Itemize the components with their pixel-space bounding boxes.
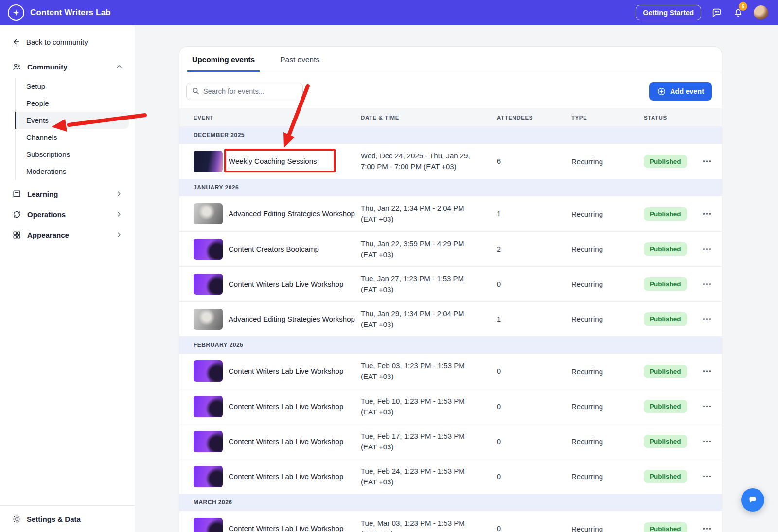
event-datetime: Wed, Dec 24, 2025 - Thu, Jan 29, 7:00 PM… [361,151,497,172]
settings-and-data-link[interactable]: Settings & Data [0,505,135,532]
event-datetime: Tue, Feb 10, 1:23 PM - 1:53 PM (EAT +03) [361,396,497,417]
row-menu-button[interactable] [700,403,714,411]
row-menu-button[interactable] [700,210,714,218]
sidebar-item-moderations[interactable]: Moderations [16,163,129,180]
app-logo[interactable]: Content Writers Lab [8,4,111,21]
row-menu-button[interactable] [700,157,714,165]
messages-icon[interactable] [711,7,723,18]
table-row[interactable]: Content Creators Bootcamp Thu, Jan 22, 3… [179,231,722,266]
sidebar-section-appearance[interactable]: Appearance [0,224,135,245]
event-cell: Content Writers Lab Live Workshop [187,431,361,452]
chat-widget-button[interactable] [741,488,764,512]
back-label: Back to community [26,38,88,46]
row-menu-button[interactable] [700,525,714,532]
table-row[interactable]: Content Writers Lab Live Workshop Tue, F… [179,389,722,424]
sidebar-section-community[interactable]: Community [0,56,135,77]
event-cell: Content Writers Lab Live Workshop [187,274,361,295]
notification-count-badge: 5 [739,2,747,11]
event-attendees: 0 [497,280,571,288]
event-type: Recurring [571,402,644,411]
status-badge: Published [644,155,687,168]
event-cell: Content Writers Lab Live Workshop [187,466,361,487]
sidebar-item-channels[interactable]: Channels [16,129,129,146]
status-badge: Published [644,522,687,532]
table-row[interactable]: Advanced Editing Strategies Workshop Thu… [179,301,722,336]
row-menu-button[interactable] [700,245,714,253]
month-section-header: MARCH 2026 [179,494,722,511]
sidebar-section-operations[interactable]: Operations [0,204,135,224]
chevron-right-icon [115,190,123,198]
ellipsis-icon [702,157,712,165]
getting-started-button[interactable]: Getting Started [636,5,701,20]
event-title: Content Writers Lab Live Workshop [229,436,343,447]
event-attendees: 0 [497,367,571,375]
appearance-layout-icon [12,230,21,240]
search-icon [191,86,200,97]
ellipsis-icon [702,245,712,253]
event-datetime: Tue, Feb 03, 1:23 PM - 1:53 PM (EAT +03) [361,360,497,382]
ellipsis-icon [702,315,712,323]
table-row[interactable]: Content Writers Lab Live Workshop Tue, J… [179,266,722,301]
event-type: Recurring [571,437,644,446]
table-row[interactable]: Content Writers Lab Live Workshop Tue, M… [179,511,722,532]
event-attendees: 0 [497,438,571,446]
status-cell: Published [644,312,700,326]
table-row[interactable]: Advanced Editing Strategies Workshop Thu… [179,196,722,231]
back-to-community-link[interactable]: Back to community [0,25,135,56]
community-subnav: Setup People Events Channels Subscriptio… [15,78,129,180]
table-row[interactable]: Content Writers Lab Live Workshop Tue, F… [179,424,722,459]
event-title: Advanced Editing Strategies Workshop [229,208,355,219]
row-menu-button[interactable] [700,438,714,446]
tab-upcoming-events[interactable]: Upcoming events [187,47,260,72]
search-input[interactable] [186,83,303,100]
event-cell: Content Writers Lab Live Workshop [187,518,361,532]
row-menu-button[interactable] [700,280,714,288]
row-menu-button[interactable] [700,315,714,323]
status-badge: Published [644,400,687,413]
user-avatar[interactable] [754,5,768,20]
event-thumbnail [194,431,223,452]
sidebar-item-people[interactable]: People [16,95,129,112]
row-menu-button[interactable] [700,367,714,375]
month-section-header: FEBRUARY 2026 [179,336,722,354]
table-row[interactable]: Content Writers Lab Live Workshop Tue, F… [179,459,722,494]
event-title: Content Writers Lab Live Workshop [229,471,343,482]
sidebar-section-learning[interactable]: Learning [0,184,135,204]
sidebar-item-subscriptions[interactable]: Subscriptions [16,146,129,163]
status-cell: Published [644,522,700,532]
notifications-bell-icon[interactable]: 5 [732,7,744,18]
events-card: Upcoming events Past events Add event EV… [179,46,722,532]
column-header-event: EVENT [187,115,361,120]
table-header-row: EVENT DATE & TIME ATTENDEES TYPE STATUS [179,108,722,126]
event-thumbnail [194,309,223,330]
event-attendees: 0 [497,403,571,411]
search-box [186,83,303,100]
column-header-status: STATUS [644,115,700,120]
table-row[interactable]: Weekly Coaching Sessions Wed, Dec 24, 20… [179,144,722,179]
ellipsis-icon [702,525,712,532]
event-thumbnail [194,274,223,295]
community-users-icon [12,62,21,71]
status-badge: Published [644,470,687,483]
event-cell: Content Writers Lab Live Workshop [187,360,361,382]
app-name: Content Writers Lab [30,8,111,17]
ellipsis-icon [702,403,712,411]
status-cell: Published [644,242,700,256]
sidebar-item-events[interactable]: Events [16,112,129,129]
column-header-type: TYPE [571,115,644,120]
event-title: Content Creators Bootcamp [229,244,319,255]
event-thumbnail [194,396,223,417]
status-badge: Published [644,435,687,448]
add-event-button[interactable]: Add event [649,82,712,101]
chevron-right-icon [115,231,123,239]
events-tabs: Upcoming events Past events [179,47,722,72]
sidebar-item-setup[interactable]: Setup [16,78,129,95]
table-row[interactable]: Content Writers Lab Live Workshop Tue, F… [179,354,722,389]
status-cell: Published [644,155,700,168]
ellipsis-icon [702,210,712,218]
event-attendees: 6 [497,157,571,165]
tab-past-events[interactable]: Past events [275,47,324,72]
row-menu-button[interactable] [700,473,714,481]
settings-label: Settings & Data [27,515,81,523]
event-thumbnail [194,203,223,224]
